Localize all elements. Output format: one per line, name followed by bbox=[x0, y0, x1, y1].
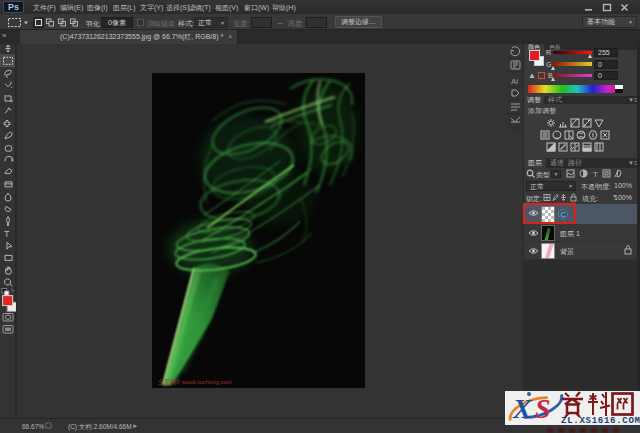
svg-text:Ai: Ai bbox=[511, 77, 518, 86]
svg-text:ZL.XS1616.COM: ZL.XS1616.COM bbox=[561, 416, 640, 426]
svg-text:T: T bbox=[4, 229, 10, 239]
svg-text:S: S bbox=[535, 393, 551, 424]
svg-text:T: T bbox=[593, 170, 598, 178]
svg-text:X: X bbox=[512, 393, 533, 424]
svg-text:全景网© stock.tuchong.com: 全景网© stock.tuchong.com bbox=[157, 379, 232, 385]
